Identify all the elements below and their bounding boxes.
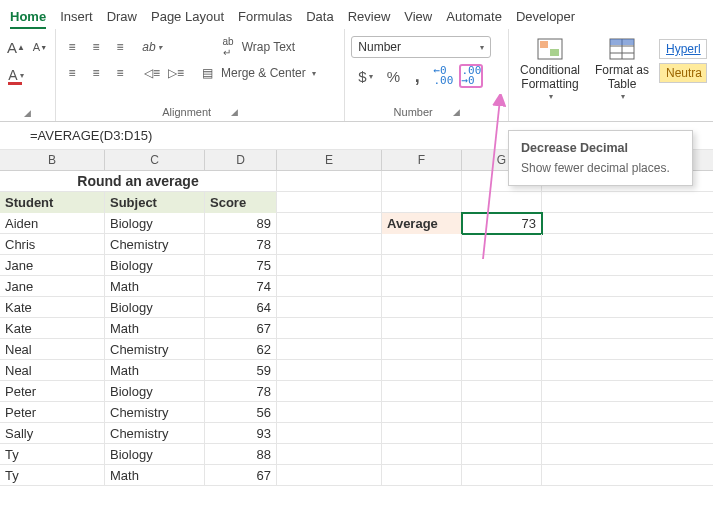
- tab-formulas[interactable]: Formulas: [238, 6, 292, 29]
- cell[interactable]: [277, 465, 382, 486]
- cell[interactable]: [462, 360, 542, 381]
- student-cell[interactable]: Kate: [0, 297, 105, 318]
- align-top-icon[interactable]: ≡: [62, 37, 82, 57]
- subject-cell[interactable]: Biology: [105, 381, 205, 402]
- number-format-select[interactable]: Number ▾: [351, 36, 491, 58]
- cell[interactable]: [462, 318, 542, 339]
- cell[interactable]: [277, 234, 382, 255]
- cell[interactable]: [277, 402, 382, 423]
- cell[interactable]: [277, 381, 382, 402]
- col-header-F[interactable]: F: [382, 150, 462, 170]
- cell[interactable]: [277, 339, 382, 360]
- student-cell[interactable]: Peter: [0, 381, 105, 402]
- subject-cell[interactable]: Math: [105, 360, 205, 381]
- align-middle-icon[interactable]: ≡: [86, 37, 106, 57]
- cell[interactable]: [462, 402, 542, 423]
- average-value-cell[interactable]: 73: [462, 213, 542, 234]
- score-cell[interactable]: 88: [205, 444, 277, 465]
- comma-format-button[interactable]: ,: [407, 66, 427, 86]
- title-cell[interactable]: Round an average: [0, 171, 277, 192]
- cell[interactable]: [277, 213, 382, 234]
- subject-cell[interactable]: Biology: [105, 297, 205, 318]
- cell[interactable]: [382, 381, 462, 402]
- cell[interactable]: [462, 339, 542, 360]
- cell[interactable]: [277, 255, 382, 276]
- tab-page-layout[interactable]: Page Layout: [151, 6, 224, 29]
- increase-decimal-button[interactable]: ←0 .00: [431, 64, 455, 88]
- student-cell[interactable]: Ty: [0, 465, 105, 486]
- student-cell[interactable]: Jane: [0, 276, 105, 297]
- cell[interactable]: [462, 465, 542, 486]
- decrease-font-icon[interactable]: A▼: [30, 37, 50, 57]
- student-cell[interactable]: Jane: [0, 255, 105, 276]
- cell[interactable]: [382, 444, 462, 465]
- cell[interactable]: [277, 297, 382, 318]
- cell[interactable]: [382, 192, 462, 213]
- cell[interactable]: [382, 276, 462, 297]
- increase-indent-icon[interactable]: ▷≡: [166, 63, 186, 83]
- font-launcher-icon[interactable]: ◢: [24, 108, 31, 118]
- header-score[interactable]: Score: [205, 192, 277, 213]
- score-cell[interactable]: 75: [205, 255, 277, 276]
- cell[interactable]: [462, 297, 542, 318]
- student-cell[interactable]: Peter: [0, 402, 105, 423]
- score-cell[interactable]: 67: [205, 318, 277, 339]
- score-cell[interactable]: 74: [205, 276, 277, 297]
- cell[interactable]: [382, 297, 462, 318]
- cell[interactable]: [382, 402, 462, 423]
- student-cell[interactable]: Neal: [0, 360, 105, 381]
- cell[interactable]: [462, 276, 542, 297]
- subject-cell[interactable]: Math: [105, 318, 205, 339]
- format-as-table-button[interactable]: Format as Table▾: [587, 33, 657, 103]
- align-center-icon[interactable]: ≡: [86, 63, 106, 83]
- percent-format-button[interactable]: %: [383, 66, 403, 86]
- conditional-formatting-button[interactable]: Conditional Formatting▾: [515, 33, 585, 103]
- subject-cell[interactable]: Biology: [105, 255, 205, 276]
- align-left-icon[interactable]: ≡: [62, 63, 82, 83]
- tab-review[interactable]: Review: [348, 6, 391, 29]
- merge-center-button[interactable]: ▤ Merge & Center ▾: [198, 63, 320, 83]
- tab-view[interactable]: View: [404, 6, 432, 29]
- subject-cell[interactable]: Chemistry: [105, 423, 205, 444]
- cell[interactable]: [462, 381, 542, 402]
- cell[interactable]: [382, 339, 462, 360]
- tab-home[interactable]: Home: [10, 6, 46, 29]
- increase-font-icon[interactable]: A▲: [6, 37, 26, 57]
- alignment-launcher-icon[interactable]: ◢: [231, 107, 238, 117]
- cell[interactable]: [277, 192, 382, 213]
- tab-insert[interactable]: Insert: [60, 6, 93, 29]
- col-header-D[interactable]: D: [205, 150, 277, 170]
- subject-cell[interactable]: Biology: [105, 213, 205, 234]
- score-cell[interactable]: 67: [205, 465, 277, 486]
- cell[interactable]: [382, 234, 462, 255]
- subject-cell[interactable]: Biology: [105, 444, 205, 465]
- score-cell[interactable]: 78: [205, 234, 277, 255]
- decrease-decimal-button[interactable]: .00 →0: [459, 64, 483, 88]
- cell[interactable]: [277, 276, 382, 297]
- score-cell[interactable]: 64: [205, 297, 277, 318]
- align-right-icon[interactable]: ≡: [110, 63, 130, 83]
- cell[interactable]: [382, 360, 462, 381]
- student-cell[interactable]: Aiden: [0, 213, 105, 234]
- decrease-indent-icon[interactable]: ◁≡: [142, 63, 162, 83]
- col-header-B[interactable]: B: [0, 150, 105, 170]
- header-student[interactable]: Student: [0, 192, 105, 213]
- student-cell[interactable]: Sally: [0, 423, 105, 444]
- subject-cell[interactable]: Math: [105, 465, 205, 486]
- cell[interactable]: [382, 255, 462, 276]
- tab-automate[interactable]: Automate: [446, 6, 502, 29]
- cell[interactable]: [277, 423, 382, 444]
- subject-cell[interactable]: Chemistry: [105, 402, 205, 423]
- tab-draw[interactable]: Draw: [107, 6, 137, 29]
- cell[interactable]: [382, 423, 462, 444]
- cell[interactable]: [277, 318, 382, 339]
- cell[interactable]: [382, 171, 462, 192]
- score-cell[interactable]: 62: [205, 339, 277, 360]
- average-label-cell[interactable]: Average: [382, 213, 462, 234]
- cell[interactable]: [462, 444, 542, 465]
- cell[interactable]: [462, 234, 542, 255]
- cell-style-hyperlink[interactable]: Hyperl: [659, 39, 707, 59]
- tab-data[interactable]: Data: [306, 6, 333, 29]
- subject-cell[interactable]: Chemistry: [105, 339, 205, 360]
- score-cell[interactable]: 78: [205, 381, 277, 402]
